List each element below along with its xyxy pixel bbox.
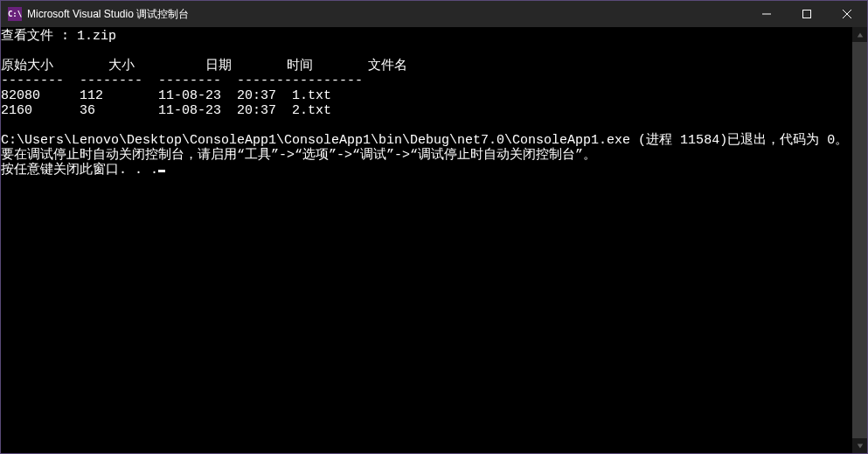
close-button[interactable]: [827, 1, 867, 27]
console-line: C:\Users\Lenovo\Desktop\ConsoleApp1\Cons…: [1, 133, 852, 148]
text-cursor: [158, 170, 165, 172]
scrollbar-thumb[interactable]: [852, 42, 867, 438]
console-line: 要在调试停止时自动关闭控制台，请启用“工具”->“选项”->“调试”->“调试停…: [1, 148, 852, 163]
scroll-down-arrow-icon[interactable]: [852, 438, 867, 453]
vertical-scrollbar[interactable]: [852, 27, 867, 453]
scrollbar-track[interactable]: [852, 42, 867, 438]
minimize-button[interactable]: [746, 1, 787, 27]
app-icon: C:\: [8, 7, 22, 21]
console-line: 原始大小 大小 日期 时间 文件名: [1, 59, 852, 73]
scroll-up-arrow-icon[interactable]: [852, 27, 867, 42]
console-output[interactable]: 查看文件 : 1.zip 原始大小 大小 日期 时间 文件名-------- -…: [1, 27, 852, 453]
console-line: 82080 112 11-08-23 20:37 1.txt: [1, 88, 852, 103]
window-titlebar: C:\ Microsoft Visual Studio 调试控制台: [1, 1, 867, 27]
window-title: Microsoft Visual Studio 调试控制台: [27, 7, 189, 22]
console-line: 查看文件 : 1.zip: [1, 29, 852, 44]
console-line: 2160 36 11-08-23 20:37 2.txt: [1, 103, 852, 118]
maximize-button[interactable]: [787, 1, 827, 27]
console-area: 查看文件 : 1.zip 原始大小 大小 日期 时间 文件名-------- -…: [1, 27, 867, 453]
console-line: [1, 118, 852, 133]
svg-rect-0: [803, 10, 811, 18]
console-line: 按任意键关闭此窗口. . .: [1, 163, 852, 178]
console-line: -------- -------- -------- -------------…: [1, 73, 852, 88]
console-line: [1, 44, 852, 59]
